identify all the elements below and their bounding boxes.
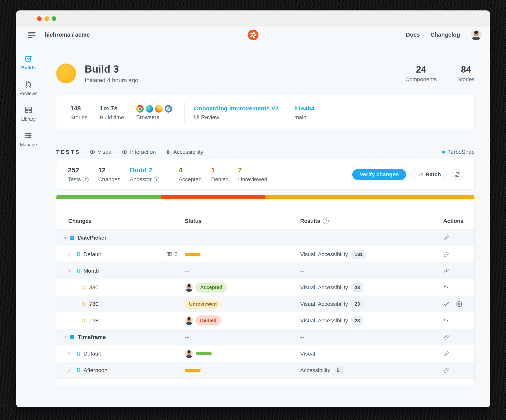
story-bookmark-icon xyxy=(76,268,81,273)
table-row-default[interactable]: Default 2 Visual, Accessibility 1 xyxy=(56,246,474,263)
col-status: Status xyxy=(185,218,300,224)
table-row-timeframe-default[interactable]: Default Visual xyxy=(56,345,474,362)
denied-stat: 1 Denied xyxy=(211,166,229,183)
branch-link[interactable]: Onboarding improvements V2 xyxy=(194,105,279,112)
accept-check-icon[interactable] xyxy=(443,301,450,307)
col-results: Results ? xyxy=(300,218,443,224)
table-row-afternoon[interactable]: Afternoon Accessibility 5 xyxy=(56,362,474,379)
sidebar-item-builds[interactable]: Builds xyxy=(21,54,35,71)
grainy-backdrop: hichroma / acme Docs Changelog xyxy=(0,0,506,420)
eye-icon xyxy=(165,149,171,155)
results-text: Visual, Accessibility xyxy=(300,251,348,258)
breadcrumb[interactable]: hichroma / acme xyxy=(45,32,90,38)
table-row-datepicker[interactable]: DatePicker -- -- xyxy=(56,230,474,246)
test-stats-card: 252 Tests? 12 Changes Build 2 Ancestor? … xyxy=(56,159,475,190)
table-row-month[interactable]: Month -- -- xyxy=(56,263,474,279)
interaction-toggle[interactable]: Interaction xyxy=(122,149,156,155)
undo-icon[interactable] xyxy=(443,318,449,323)
permalink-icon[interactable] xyxy=(443,268,449,274)
chevron-down-icon[interactable] xyxy=(67,268,72,273)
comments-indicator[interactable]: 2 xyxy=(166,251,178,258)
tests-toolbar: TESTS Visual Interaction xyxy=(56,149,475,155)
sidebar-item-library[interactable]: Library xyxy=(21,106,35,122)
permalink-icon[interactable] xyxy=(443,367,449,373)
status-pill-unreviewed: Unreviewed xyxy=(185,299,221,309)
zoom-window-button[interactable] xyxy=(52,16,56,21)
results-text: Accessibility xyxy=(300,367,330,374)
chevron-right-icon[interactable] xyxy=(67,351,72,356)
close-window-button[interactable] xyxy=(37,16,42,21)
story-name: Afternoon xyxy=(83,367,107,374)
help-icon[interactable]: ? xyxy=(153,176,160,182)
build-header: Build 3 Initiated 4 hours ago 24 Compone… xyxy=(56,63,475,84)
batch-button[interactable]: Batch xyxy=(411,169,447,180)
rerun-build-button[interactable] xyxy=(452,169,463,180)
build-counts: 24 Components 84 Stories xyxy=(405,64,475,83)
browsers-stat: Browsers xyxy=(136,105,172,121)
status-pill-denied: Denied xyxy=(196,316,221,325)
menu-icon[interactable] xyxy=(28,32,35,38)
sidebar-label: Reviews xyxy=(20,91,38,96)
story-bookmark-icon xyxy=(76,368,81,373)
results-empty: -- xyxy=(300,268,305,274)
story-name: Default xyxy=(83,251,101,258)
reviewer-avatar xyxy=(185,349,193,358)
chevron-down-icon[interactable] xyxy=(63,235,68,240)
minimize-window-button[interactable] xyxy=(44,16,49,21)
comment-icon xyxy=(166,251,172,258)
table-row-380[interactable]: 380 Accepted Visual, Accessibility 23 xyxy=(56,279,474,296)
viewport-name: 380 xyxy=(89,284,99,291)
table-bottom-padding xyxy=(56,379,474,386)
permalink-icon[interactable] xyxy=(443,351,449,357)
chrome-icon xyxy=(136,105,144,113)
component-name: Timeframe xyxy=(78,334,106,340)
visual-toggle[interactable]: Visual xyxy=(89,149,113,155)
status-empty: -- xyxy=(185,268,189,274)
status-empty: -- xyxy=(185,334,189,340)
table-row-780[interactable]: 780 Unreviewed Visual, Accessibility 23 xyxy=(56,296,474,312)
chromatic-logo-icon[interactable] xyxy=(248,30,259,40)
tests-heading: TESTS xyxy=(56,149,80,155)
results-empty: -- xyxy=(300,235,305,241)
docs-link[interactable]: Docs xyxy=(406,32,420,38)
unreviewed-stat: 7 Unreviewed xyxy=(238,166,267,183)
commit-link[interactable]: 81e4b4 xyxy=(294,105,315,112)
build-progress-bar xyxy=(56,195,474,199)
table-row-1280[interactable]: 1280 Denied Visual, Accessibility 23 xyxy=(56,312,474,329)
permalink-icon[interactable] xyxy=(443,235,449,241)
permalink-icon[interactable] xyxy=(443,252,449,257)
ancestor-build-link[interactable]: Build 2 xyxy=(130,166,160,174)
table-row-timeframe[interactable]: Timeframe -- -- xyxy=(56,329,474,345)
help-icon[interactable]: ? xyxy=(323,218,329,224)
firefox-icon xyxy=(155,105,163,113)
component-icon xyxy=(69,235,75,240)
sidebar-item-manage[interactable]: Manage xyxy=(20,131,37,148)
chevron-right-icon[interactable] xyxy=(67,252,72,257)
chevron-down-icon[interactable] xyxy=(63,335,68,340)
sidebar-item-reviews[interactable]: Reviews xyxy=(20,80,38,96)
commit-block: 81e4b4 main xyxy=(294,105,315,121)
diff-count-badge: 23 xyxy=(352,300,363,308)
divider xyxy=(184,102,185,123)
user-avatar[interactable] xyxy=(471,29,481,40)
turbosnap-dot-icon xyxy=(442,151,445,154)
help-icon[interactable]: ? xyxy=(83,176,89,182)
viewport-diamond-icon xyxy=(80,301,87,307)
main-content: Build 3 Initiated 4 hours ago 24 Compone… xyxy=(41,43,490,407)
deny-circle-x-icon[interactable] xyxy=(456,301,463,307)
diff-count-badge: 131 xyxy=(352,250,366,258)
changelog-link[interactable]: Changelog xyxy=(430,32,460,38)
story-name: Month xyxy=(83,268,99,274)
results-text: Visual, Accessibility xyxy=(300,301,348,307)
status-progress-bar xyxy=(185,253,200,256)
permalink-icon[interactable] xyxy=(443,334,449,340)
chevron-right-icon[interactable] xyxy=(67,368,72,373)
sidebar-label: Manage xyxy=(20,142,37,148)
verify-changes-button[interactable]: Verify changes xyxy=(352,169,406,180)
accessibility-toggle[interactable]: Accessibility xyxy=(165,149,203,155)
header-nav: Docs Changelog xyxy=(406,29,481,40)
results-text: Visual xyxy=(300,351,315,357)
undo-icon[interactable] xyxy=(443,284,449,291)
branch-block: Onboarding improvements V2 UI Review xyxy=(194,105,279,121)
component-name: DatePicker xyxy=(78,235,107,241)
